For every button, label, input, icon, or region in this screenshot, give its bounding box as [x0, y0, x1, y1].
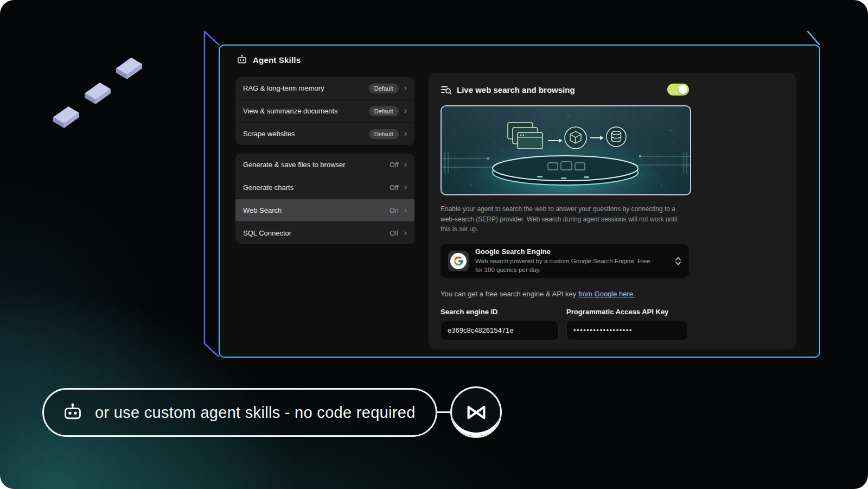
chevron-updown-icon: [675, 256, 681, 266]
skills-list: RAG & long-term memory Default › View & …: [235, 77, 414, 244]
google-api-key-link[interactable]: from Google here.: [578, 290, 635, 298]
svg-text:+: +: [470, 181, 474, 188]
skill-label: View & summarize documents: [243, 107, 338, 115]
page-title: Agent Skills: [253, 55, 301, 65]
search-engine-id-label: Search engine ID: [441, 308, 559, 316]
provider-name: Google Search Engine: [475, 247, 675, 256]
detail-description: Enable your agent to search the web to a…: [441, 204, 689, 234]
svg-text:+: +: [461, 119, 465, 126]
panel-header: Agent Skills: [237, 54, 301, 65]
toggle-knob: [679, 85, 687, 94]
default-badge: Default: [369, 129, 399, 139]
help-text: You can get a free search engine & API k…: [441, 290, 689, 298]
web-search-detail-panel: Live web search and browsing: [429, 73, 796, 350]
skills-group-default: RAG & long-term memory Default › View & …: [235, 77, 414, 145]
custom-skills-banner: or use custom agent skills - no code req…: [42, 388, 437, 437]
chevron-right-icon: ›: [404, 183, 407, 192]
skill-row-sql-connector[interactable]: SQL Connector Off ›: [235, 221, 414, 244]
web-search-toggle[interactable]: [667, 84, 689, 96]
skill-status: Off: [390, 230, 398, 237]
triangle-decor-icon: [50, 104, 81, 130]
agent-skills-window: Agent Skills RAG & long-term memory Defa…: [219, 45, 820, 358]
skill-label: Generate charts: [243, 183, 293, 192]
web-search-icon: [441, 84, 451, 95]
default-badge: Default: [369, 106, 399, 116]
skill-label: Scrape websites: [243, 130, 295, 138]
serp-provider-select[interactable]: Google Search Engine Web search powered …: [441, 244, 689, 278]
robot-icon: [62, 402, 83, 423]
search-engine-id-input[interactable]: [441, 321, 559, 340]
triangle-decor-icon: [81, 80, 113, 106]
svg-text:+: +: [566, 112, 570, 119]
skill-label: Web Search: [243, 206, 282, 214]
chevron-right-icon: ›: [404, 206, 407, 214]
google-logo-tile: [448, 251, 469, 271]
api-key-label: Programmatic Access API Key: [566, 308, 688, 316]
help-text-prefix: You can get a free search engine & API k…: [441, 290, 578, 298]
chevron-right-icon: ›: [404, 228, 407, 237]
skill-row-rag-memory[interactable]: RAG & long-term memory Default ›: [235, 77, 414, 99]
skill-status: On: [390, 207, 399, 214]
skill-label: SQL Connector: [243, 229, 291, 237]
web-search-illustration: +++ ++: [441, 105, 691, 195]
credential-fields: Search engine ID Programmatic Access API…: [441, 308, 689, 340]
skill-row-generate-charts[interactable]: Generate charts Off ›: [235, 176, 414, 199]
skill-status: Off: [390, 184, 398, 192]
skill-row-view-documents[interactable]: View & summarize documents Default ›: [235, 99, 414, 122]
provider-description: Web search powered by a custom Google Se…: [475, 257, 659, 274]
default-badge: Default: [369, 84, 399, 93]
brand-logo-icon: [462, 398, 491, 427]
screenshot-stage: Agent Skills RAG & long-term memory Defa…: [0, 0, 868, 489]
skill-status: Off: [390, 161, 398, 169]
svg-text:+: +: [668, 127, 672, 134]
skill-label: RAG & long-term memory: [243, 84, 324, 92]
brand-logo-badge: [450, 386, 502, 438]
api-key-input[interactable]: [566, 321, 688, 340]
chevron-right-icon: ›: [404, 106, 407, 115]
banner-text: or use custom agent skills - no code req…: [95, 404, 416, 422]
chevron-right-icon: ›: [404, 84, 407, 92]
skill-row-scrape-websites[interactable]: Scrape websites Default ›: [235, 122, 414, 145]
illustration-graphic: +++ ++: [442, 106, 690, 194]
skill-label: Generate & save files to browser: [243, 161, 346, 169]
robot-icon: [237, 54, 247, 65]
chevron-right-icon: ›: [404, 129, 407, 138]
skill-row-web-search[interactable]: Web Search On ›: [235, 199, 414, 221]
skills-group-toggleable: Generate & save files to browser Off › G…: [235, 154, 414, 244]
triangle-decor-icon: [113, 55, 144, 81]
skill-row-generate-files[interactable]: Generate & save files to browser Off ›: [235, 154, 414, 176]
detail-title: Live web search and browsing: [457, 85, 575, 94]
svg-text:+: +: [660, 182, 663, 189]
chevron-right-icon: ›: [404, 160, 407, 169]
detail-header: Live web search and browsing: [441, 84, 689, 96]
google-logo-icon: [453, 256, 464, 266]
